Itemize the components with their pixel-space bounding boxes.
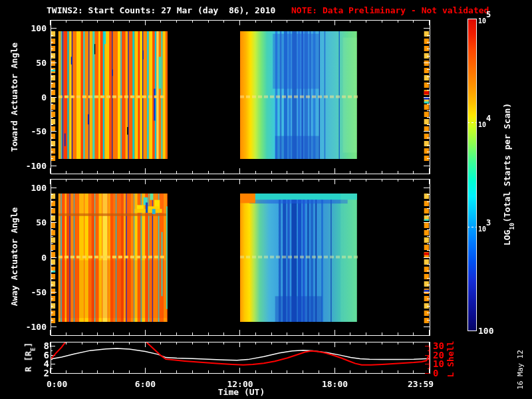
colorbar-label-pre: LOG [502,230,512,245]
cbar-tick-103: 103 [478,221,491,232]
plot-title: TWINS2: Start Counts: 27 Mar (day 86), 2… [47,6,275,15]
cbar-tick-100: 100 [478,327,493,335]
colorbar-label: LOG10(Total Starts per Scan) [503,103,514,245]
p1-ytick--50: -50 [31,127,47,136]
r-label-pre: R [R [23,351,33,372]
p2-ytick-50: 50 [36,218,47,227]
y-axis-label-toward: Toward Actuator Angle [10,43,19,152]
p2-ytick--50: -50 [31,287,47,296]
spectrogram-plot-canvas [0,0,532,399]
date-stamp: 16 May 12 [517,350,524,390]
p1-ytick--100: -100 [26,161,47,170]
preliminary-note: NOTE: Data Preliminary - Not validated [291,6,489,15]
xtick-0:00: 0:00 [47,380,67,388]
xtick-6:00: 6:00 [135,380,156,388]
p2-ytick--100: -100 [26,323,47,331]
p2-ytick-100: 100 [31,183,47,192]
cbar-tick-105: 105 [478,13,491,24]
cbar-tick-104: 104 [478,117,491,128]
y-axis-label-away: Away Actuator Angle [10,207,19,307]
xtick-18:00: 18:00 [322,380,348,388]
xtick-12:00: 12:00 [227,380,253,388]
p3-rtick-2: 2 [44,368,49,378]
p1-ytick-100: 100 [31,24,47,33]
plot-window: TWINS2: Start Counts: 27 Mar (day 86), 2… [0,0,532,399]
y-axis-label-lshell: L Shell [446,341,455,378]
colorbar-label-sub: 10 [508,223,515,230]
colorbar-label-post: (Total Starts per Scan) [502,103,512,223]
r-label-sub: E [29,348,36,351]
p3-ltick-0: 0 [433,368,438,378]
xtick-23:59: 23:59 [408,380,434,388]
p1-ytick-50: 50 [36,58,47,66]
y-axis-label-r: R [RE] [24,342,35,372]
p1-ytick-0: 0 [41,92,47,101]
p2-ytick-0: 0 [41,253,47,261]
